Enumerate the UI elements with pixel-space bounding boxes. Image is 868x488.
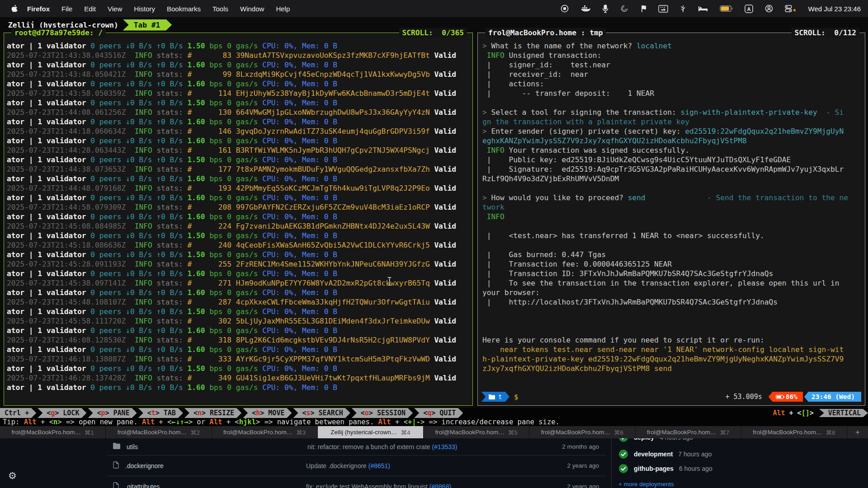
- mode-ribbon-quit[interactable]: <q> QUIT: [414, 408, 463, 418]
- file-row-gitattributes[interactable]: .gitattributesfix: exclude test WebAssem…: [107, 476, 606, 488]
- file-name[interactable]: utils: [127, 443, 307, 450]
- file-row-dockerignore[interactable]: .dockerignoreUpdate .dockerignore (#8651…: [107, 455, 606, 476]
- log-line-validator-stats: ator | 1 validator 0 peers ↓0 B/s ↑0 B/s…: [7, 288, 472, 297]
- menu-item-history[interactable]: History: [128, 0, 161, 17]
- menu-item-help[interactable]: Help: [270, 0, 296, 17]
- mode-ribbon-resize[interactable]: <n> RESIZE: [184, 408, 241, 418]
- text-segment: INFO: [135, 374, 157, 382]
- mode-ribbon-move[interactable]: <h> MOVE: [243, 408, 292, 418]
- terminal-tab-6[interactable]: frol@MacBookPro.hom…⌘6: [529, 426, 635, 438]
- mode-ribbon-pane[interactable]: <p> PANE: [88, 408, 137, 418]
- stage-manager-icon[interactable]: [658, 5, 668, 13]
- terminal-tab-4[interactable]: Zellij (hysterical-crown…⌘4: [318, 426, 424, 438]
- commit-message[interactable]: fix: exclude test WebAssembly from lingu…: [306, 483, 567, 488]
- mode-ribbon-lock[interactable]: <g> LOCK: [38, 408, 86, 418]
- terminal-tab-1[interactable]: frol@MacBookPro.hom…⌘1: [0, 426, 106, 438]
- text-segment: Valid: [434, 108, 456, 117]
- record-icon[interactable]: [561, 5, 569, 13]
- log-line-block-hash: 2025-07-23T21:44:18.060634Z INFO stats: …: [7, 127, 472, 136]
- terminal-line: gn the transaction with a plaintext priv…: [482, 117, 865, 127]
- text-segment: 1.50: [188, 307, 210, 316]
- check-circle-icon: [618, 464, 628, 474]
- branch-icon[interactable]: [680, 5, 686, 13]
- menu-item-window[interactable]: Window: [234, 0, 270, 17]
- pane-near-cli[interactable]: frol@MacBookPro.home : tmp SCROLL: 0/112…: [477, 33, 865, 406]
- text-segment: INFO: [135, 336, 157, 344]
- pr-link[interactable]: (#8868): [429, 483, 451, 488]
- mode-ribbon-search[interactable]: <s> SEARCH: [293, 408, 350, 418]
- new-tab-button[interactable]: +: [847, 426, 868, 438]
- tip-segment: > => increase/decrease pane size.: [420, 418, 560, 426]
- terminal-tab-5[interactable]: frol@MacBookPro.hom…⌘5: [424, 426, 529, 438]
- pr-link[interactable]: (#8651): [368, 462, 390, 469]
- text-segment: bps 0 gas/s: [209, 136, 262, 145]
- control-center-icon[interactable]: [785, 5, 797, 12]
- text-segment: bps 0 gas/s: [209, 250, 262, 259]
- text-segment: INFO: [135, 51, 157, 60]
- bed-icon[interactable]: [698, 5, 708, 12]
- key-bracket: <: [97, 409, 101, 417]
- terminal-tab-3[interactable]: frol@MacBookPro.hom…⌘3: [212, 426, 318, 438]
- text-segment: # 114 EHjzUhyW5z38YayBj1kDyWFw6KAcbBnamw…: [188, 89, 434, 98]
- text-segment: send: [628, 193, 646, 202]
- timemachine-icon[interactable]: [620, 5, 628, 13]
- flag-icon[interactable]: [640, 5, 646, 13]
- text-segment: bps 0 gas/s: [209, 212, 262, 221]
- mode-label: > MOVE: [260, 409, 284, 417]
- gear-icon[interactable]: ⚙: [8, 470, 17, 481]
- input-source-icon[interactable]: A: [745, 5, 753, 13]
- terminal-tab-2[interactable]: frol@MacBookPro.hom…⌘2: [106, 426, 212, 438]
- more-deployments-link[interactable]: + more deployments: [618, 481, 674, 488]
- apple-icon[interactable]: [11, 5, 18, 13]
- menu-item-tools[interactable]: Tools: [207, 0, 234, 17]
- commit-message[interactable]: Update .dockerignore (#8651): [306, 462, 567, 469]
- text-segment: ator | 1 validator: [7, 155, 90, 164]
- menu-clock[interactable]: Wed Jul 23 23:46: [808, 5, 861, 13]
- log-line-validator-stats: ator | 1 validator 0 peers ↓0 B/s ↑0 B/s…: [7, 250, 472, 259]
- log-line-validator-stats: ator | 1 validator 0 peers ↓0 B/s ↑0 B/s…: [7, 193, 472, 202]
- menu-item-file[interactable]: File: [56, 0, 78, 17]
- pane-validator-logs[interactable]: root@d778a97e59de: / SCROLL: 0/365 ator …: [4, 33, 473, 406]
- microphone-icon[interactable]: [602, 5, 609, 13]
- battery-icon[interactable]: [720, 5, 733, 12]
- menu-item-firefox[interactable]: Firefox: [21, 0, 56, 17]
- mode-ribbon-session[interactable]: <o> SESSION: [352, 408, 413, 418]
- text-segment: eghxKANZpYwimJysSSZ7V9zJxy7xqfhGXYQU2izH…: [482, 136, 747, 145]
- text-segment: stats:: [156, 260, 187, 268]
- terminal-tab-7[interactable]: frol@MacBookPro.hom…⌘7: [636, 426, 741, 438]
- text-segment: How would you like to proceed?: [491, 193, 628, 202]
- tab-shortcut: ⌘8: [826, 429, 835, 436]
- menu-item-edit[interactable]: Edit: [78, 0, 102, 17]
- log-line-validator-stats: ator | 1 validator 0 peers ↓0 B/s ↑0 B/s…: [7, 307, 472, 316]
- user-account-icon[interactable]: [765, 5, 773, 13]
- text-segment: | signer_id: test.near: [482, 61, 610, 69]
- mode-label: > SESSION: [369, 409, 406, 417]
- text-segment: 1.60: [188, 80, 210, 88]
- near-cli-output: > What is the name of the network? local…: [478, 33, 865, 405]
- text-segment: stats:: [156, 70, 187, 79]
- log-line-validator-stats: ator | 1 validator 0 peers ↓0 B/s ↑0 B/s…: [7, 326, 472, 335]
- commit-message[interactable]: nit: refactor: remove a bunch of extern …: [307, 443, 562, 450]
- brackets-label: []: [802, 409, 810, 417]
- text-segment: # 240 4qCeobFisXWaSAnH65ZvQbi5A2VwC1DLCk…: [188, 241, 434, 249]
- mode-key: t: [151, 409, 156, 417]
- text-segment: - Send the transaction to the ne: [707, 193, 848, 202]
- file-name[interactable]: .dockerignore: [125, 462, 306, 469]
- log-line-block-hash: 2025-07-23T21:43:58.050359Z INFO stats: …: [7, 89, 472, 98]
- zellij-tab-ribbon[interactable]: Tab #1: [123, 19, 172, 31]
- terminal-tab-8[interactable]: frol@MacBookPro.hom…⌘8: [741, 426, 847, 438]
- docker-icon[interactable]: [580, 5, 590, 13]
- file-name[interactable]: .gitattributes: [125, 483, 306, 488]
- menu-item-bookmarks[interactable]: Bookmarks: [161, 0, 207, 17]
- mode-label: > RESIZE: [202, 409, 234, 417]
- file-row-utils[interactable]: utilsnit: refactor: remove a bunch of ex…: [107, 438, 606, 455]
- menu-item-view[interactable]: View: [102, 0, 128, 17]
- mode-ribbon-tab[interactable]: <t> TAB: [138, 408, 183, 418]
- log-line-block-hash: 2025-07-23T21:44:38.073653Z INFO stats: …: [7, 164, 472, 174]
- deployment-item-github-pages[interactable]: github-pages6 hours ago: [618, 464, 712, 474]
- validator-log-output: ator | 1 validator 0 peers ↓0 B/s ↑0 B/s…: [4, 33, 472, 405]
- deployment-item-development[interactable]: development7 hours ago: [618, 449, 712, 459]
- text-segment: CPU: 0%, Mem: 0 B: [262, 155, 337, 164]
- text-segment: ator | 1 validator: [7, 307, 90, 316]
- pr-link[interactable]: (#13533): [432, 443, 457, 450]
